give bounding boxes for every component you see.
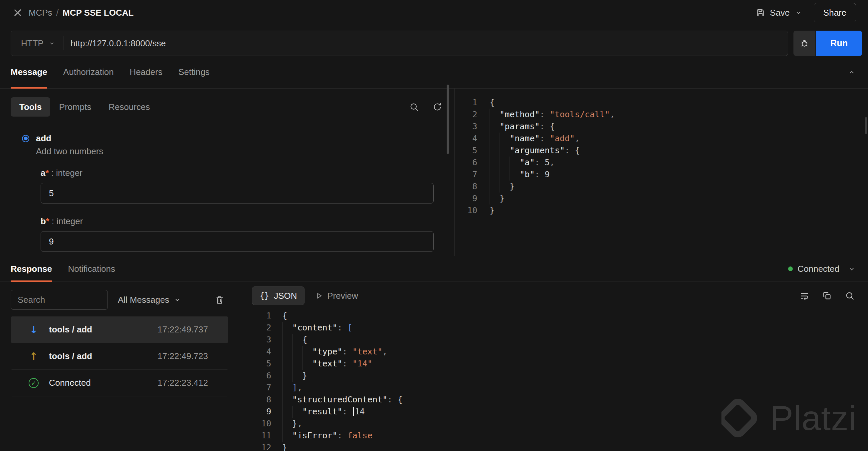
tab-settings[interactable]: Settings: [178, 56, 210, 88]
token-k: "content": [292, 323, 337, 332]
token-sq: ]: [292, 383, 297, 392]
subtab-resources[interactable]: Resources: [100, 97, 158, 117]
token-k: "b": [520, 170, 534, 179]
tab-notifications[interactable]: Notifications: [68, 256, 115, 281]
indent-guide: [282, 394, 292, 406]
save-button[interactable]: Save: [756, 8, 789, 18]
tab-message[interactable]: Message: [11, 56, 47, 88]
field-a-type: : integer: [49, 168, 83, 178]
token-k: "params": [500, 121, 539, 131]
share-button[interactable]: Share: [814, 3, 856, 22]
run-button[interactable]: Run: [816, 31, 862, 56]
code-line: 1{: [455, 96, 868, 109]
messages-list: ↓tools / add17:22:49.737↑tools / add17:2…: [0, 316, 236, 396]
token-s: "add": [550, 134, 575, 143]
wrap-text-button[interactable]: [800, 291, 809, 301]
clear-messages-button[interactable]: [215, 295, 225, 305]
indent-guide: [490, 109, 500, 120]
message-row[interactable]: ↓tools / add17:22:49.737: [11, 316, 228, 343]
tab-response[interactable]: Response: [11, 256, 52, 281]
code-line: 4"type": "text",: [236, 346, 868, 358]
response-json-editor[interactable]: 1{2"content": [3{4"type": "text",5"text"…: [236, 310, 868, 451]
status-dropdown-button[interactable]: [847, 264, 856, 273]
message-row[interactable]: ✓Connected17:22:23.412: [11, 370, 228, 396]
token-n: 9: [545, 170, 550, 179]
request-tabs: Message Authorization Headers Settings: [0, 56, 868, 89]
method-select[interactable]: HTTP: [11, 31, 64, 56]
line-number: 2: [455, 109, 477, 120]
token-p: ,: [575, 134, 580, 143]
response-viewer-toolbar: {} JSON Preview: [252, 286, 855, 305]
indent-guide: [500, 180, 509, 193]
arrow-up-icon: ↑: [29, 350, 38, 362]
field-a-label: a* : integer: [41, 168, 434, 178]
tools-panel-scrollbar[interactable]: [447, 85, 449, 154]
json-view-button[interactable]: {} JSON: [252, 286, 305, 305]
code-line: 3"params": {: [455, 120, 868, 133]
token-k: "structuredContent": [292, 395, 388, 404]
field-b-label: b* : integer: [41, 216, 434, 226]
code-content: "method": "tools/call",: [477, 109, 615, 120]
url-input[interactable]: [64, 31, 788, 56]
copy-button[interactable]: [822, 291, 832, 301]
refresh-icon: [432, 102, 442, 112]
save-dropdown-button[interactable]: [793, 7, 804, 19]
indent-guide: [302, 346, 312, 358]
indent-guide: [490, 133, 500, 145]
window-scrollbar-thumb[interactable]: [865, 117, 867, 134]
token-k: "result": [302, 407, 342, 416]
line-number: 9: [236, 406, 271, 418]
subtab-tools[interactable]: Tools: [11, 97, 50, 117]
refresh-tools-button[interactable]: [432, 102, 442, 112]
preview-view-button[interactable]: Preview: [314, 291, 358, 301]
tab-headers[interactable]: Headers: [130, 56, 162, 88]
search-response-button[interactable]: [845, 291, 855, 301]
line-number: 12: [236, 442, 271, 451]
code-content: "name": "add",: [477, 133, 580, 145]
code-line: 6"a": 5,: [455, 157, 868, 169]
debug-button[interactable]: [794, 31, 815, 56]
search-input[interactable]: [11, 290, 108, 310]
check-circle-icon: ✓: [29, 378, 39, 388]
messages-toolbar: All Messages: [11, 290, 225, 310]
token-n: 14: [355, 407, 365, 416]
code-content: "arguments": {: [477, 145, 580, 157]
indent-guide: [282, 334, 292, 346]
indent-guide: [282, 418, 292, 430]
request-json-editor[interactable]: 1{2"method": "tools/call",3"params": {4"…: [455, 89, 868, 256]
tool-description: Add two numbers: [36, 146, 454, 157]
indent-guide: [490, 180, 500, 193]
code-content: }: [477, 193, 504, 204]
search-tools-button[interactable]: [409, 102, 419, 112]
breadcrumb-mcps[interactable]: MCPs: [29, 8, 52, 18]
line-number: 8: [236, 394, 271, 406]
field-b-input[interactable]: [41, 231, 434, 252]
method-label: HTTP: [21, 38, 43, 49]
message-time: 17:22:49.737: [157, 325, 208, 335]
code-line: 3{: [236, 334, 868, 346]
message-filter-dropdown[interactable]: All Messages: [118, 295, 181, 305]
save-label: Save: [770, 8, 789, 18]
tab-authorization[interactable]: Authorization: [63, 56, 114, 88]
tool-item-add[interactable]: add: [22, 133, 454, 144]
field-a-input[interactable]: [41, 183, 434, 203]
chevron-up-icon: [847, 68, 856, 77]
subtab-prompts[interactable]: Prompts: [50, 97, 100, 117]
code-line: 4"name": "add",: [455, 133, 868, 145]
code-line: 10}: [455, 204, 868, 217]
line-number: 1: [455, 96, 477, 109]
line-number: 6: [455, 157, 477, 169]
line-number: 4: [236, 346, 271, 358]
run-button-group: Run: [794, 31, 862, 56]
token-p: ,: [550, 158, 555, 167]
code-content: }: [271, 370, 307, 382]
arrow-down-icon: ↓: [29, 324, 38, 335]
token-p: :: [540, 121, 550, 131]
collapse-panel-button[interactable]: [847, 68, 856, 77]
tab-settings-label: Settings: [178, 67, 210, 77]
message-row[interactable]: ↑tools / add17:22:49.723: [11, 343, 228, 370]
token-p: :: [534, 158, 545, 167]
code-line: 6}: [236, 370, 868, 382]
code-content: }: [477, 180, 515, 193]
tool-radio[interactable]: [22, 135, 29, 142]
